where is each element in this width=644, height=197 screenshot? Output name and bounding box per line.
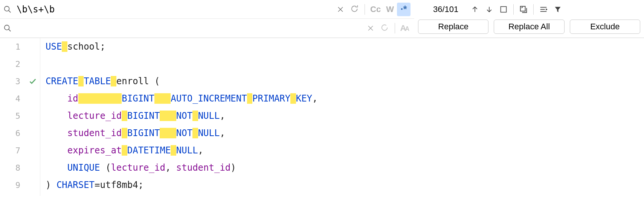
find-row: Cc W ·* [0, 0, 414, 19]
svg-point-4 [5, 25, 9, 30]
code-line[interactable]: lecture_id BIGINT NOT NULL, [46, 107, 644, 124]
select-all-icon[interactable] [497, 3, 510, 16]
replace-row: AA [0, 19, 414, 38]
replace-button[interactable]: Replace [418, 20, 488, 34]
history-find-icon[interactable] [348, 3, 362, 16]
code-line[interactable]: CREATE TABLE enroll ( [46, 73, 644, 90]
exclude-button[interactable]: Exclude [570, 20, 640, 34]
search-icon [0, 24, 15, 32]
line-number: 9 [0, 176, 40, 194]
next-match-icon[interactable] [482, 3, 496, 16]
svg-rect-10 [501, 7, 507, 12]
code-line[interactable]: id BIGINT AUTO_INCREMENT PRIMARY KEY, [46, 90, 644, 107]
clear-find-icon[interactable] [334, 3, 347, 16]
clear-replace-icon[interactable] [364, 21, 377, 35]
line-number: 3 [0, 73, 40, 90]
code-line[interactable]: UNIQUE (lecture_id, student_id) [46, 159, 644, 176]
gutter: 1 2 3 4 5 6 7 8 9 [0, 38, 40, 196]
regex-toggle[interactable]: ·* [397, 3, 411, 16]
multiline-icon[interactable] [537, 3, 550, 16]
find-input[interactable] [15, 4, 334, 15]
line-number: 8 [0, 159, 40, 176]
line-number: 1 [0, 38, 40, 55]
svg-point-0 [5, 6, 9, 11]
filter-icon[interactable] [551, 3, 565, 16]
svg-marker-15 [555, 7, 561, 12]
code-line[interactable]: ) CHARSET=utf8mb4; [46, 176, 644, 194]
match-counter: 36/101 [418, 5, 467, 14]
preserve-case-toggle[interactable]: AA [398, 23, 411, 33]
code-line[interactable]: USE school; [46, 38, 644, 55]
replace-input[interactable] [15, 23, 364, 33]
ok-check-icon [29, 77, 37, 85]
words-toggle[interactable]: W [384, 5, 396, 14]
replace-all-button[interactable]: Replace All [494, 20, 564, 34]
match-case-toggle[interactable]: Cc [368, 5, 383, 14]
line-number: 5 [0, 107, 40, 124]
search-icon [0, 5, 15, 14]
code-line[interactable]: expires_at DATETIME NULL, [46, 142, 644, 159]
prev-match-icon[interactable] [468, 3, 482, 16]
code-area[interactable]: USE school; CREATE TABLE enroll ( id BIG… [40, 38, 644, 196]
line-number: 6 [0, 124, 40, 142]
svg-line-1 [9, 10, 11, 12]
code-line[interactable]: student_id BIGINT NOT NULL, [46, 124, 644, 142]
line-number: 7 [0, 142, 40, 159]
line-number: 4 [0, 90, 40, 107]
history-replace-icon[interactable] [378, 21, 392, 35]
new-window-icon[interactable] [517, 3, 530, 16]
code-line[interactable] [46, 55, 644, 73]
line-number: 2 [0, 55, 40, 73]
svg-line-5 [9, 29, 11, 32]
